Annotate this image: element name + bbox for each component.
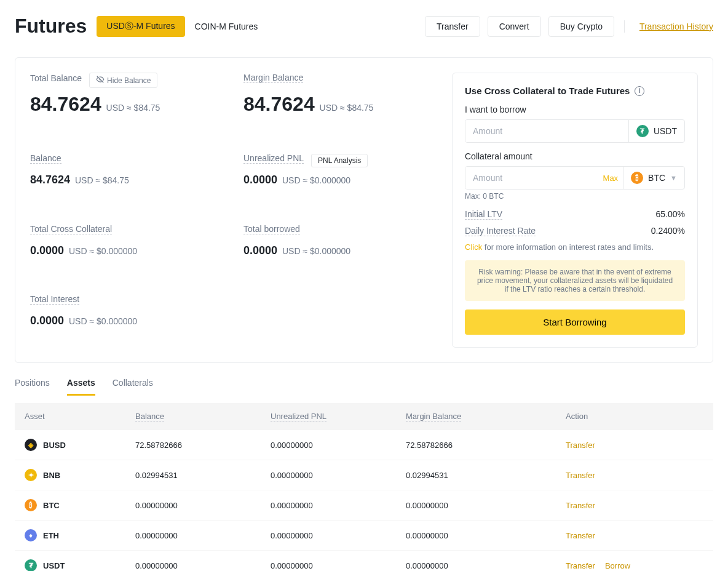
table-row: ₮ USDT 0.00000000 0.00000000 0.00000000 … — [15, 551, 713, 571]
th-action: Action — [566, 412, 703, 421]
balance-approx: ≈ $84.75 — [95, 175, 129, 185]
transaction-history-link[interactable]: Transaction History — [639, 22, 713, 31]
balance-cell: 0.02994531 — [135, 471, 271, 480]
start-borrowing-button[interactable]: Start Borrowing — [465, 309, 685, 335]
asset-name: BNB — [43, 471, 60, 480]
pnl-cell: 0.00000000 — [271, 561, 406, 570]
pnl-cell: 0.00000000 — [271, 531, 406, 540]
action-transfer[interactable]: Transfer — [566, 531, 595, 540]
total-cross-approx: ≈ $0.000000 — [89, 246, 137, 256]
action-cell: Transfer — [566, 501, 703, 510]
tab-assets[interactable]: Assets — [67, 378, 95, 396]
pnl-cell: 0.00000000 — [271, 471, 406, 480]
asset-cell: ◈ BUSD — [25, 439, 135, 451]
initial-ltv-label: Initial LTV — [465, 209, 502, 220]
unrealized-pnl-value: 0.0000 — [243, 174, 277, 186]
balance-unit: USD — [75, 175, 93, 185]
collateral-currency-select[interactable]: ₿ BTC ▼ — [623, 167, 684, 189]
borrow-amount-group: ₮ USDT — [465, 119, 685, 143]
margin-cell: 0.00000000 — [406, 561, 566, 570]
bnb-icon: ✦ — [25, 469, 37, 481]
chevron-down-icon: ▼ — [670, 174, 677, 182]
total-interest-value: 0.0000 — [30, 314, 64, 327]
action-cell: Transfer — [566, 531, 703, 540]
collateral-amount-input[interactable] — [465, 167, 603, 189]
total-interest-approx: ≈ $0.000000 — [89, 316, 137, 326]
usdt-icon: ₮ — [636, 125, 649, 137]
assets-table: Asset Balance Unrealized PNL Margin Bala… — [15, 403, 713, 571]
transfer-button[interactable]: Transfer — [425, 16, 480, 37]
btc-icon: ₿ — [631, 172, 643, 184]
balance-cell: 0.00000000 — [135, 531, 271, 540]
total-borrowed-approx: ≈ $0.000000 — [303, 246, 350, 256]
total-borrowed-unit: USD — [282, 246, 301, 256]
pnl-cell: 0.00000000 — [271, 501, 406, 510]
stats-grid: Total Balance Hide Balance 84.7624 USD ≈… — [30, 73, 432, 348]
action-transfer[interactable]: Transfer — [566, 561, 595, 570]
balance-label: Balance — [30, 153, 61, 164]
margin-balance-label: Margin Balance — [243, 73, 303, 83]
unrealized-pnl-label: Unrealized PNL — [243, 153, 304, 164]
action-borrow[interactable]: Borrow — [605, 561, 630, 570]
stat-balance: Balance 84.7624 USD ≈ $84.75 — [30, 153, 219, 207]
collateral-currency-label: BTC — [648, 173, 665, 183]
stat-total-balance: Total Balance Hide Balance 84.7624 USD ≈… — [30, 73, 219, 136]
hide-balance-label: Hide Balance — [107, 76, 151, 85]
header-left: Futures USDⓈ-M Futures COIN-M Futures — [15, 15, 267, 38]
borrow-panel: Use Cross Collateral to Trade Futures i … — [452, 73, 698, 348]
collateral-amount-group: Max ₿ BTC ▼ — [465, 166, 685, 190]
total-balance-approx: ≈ $84.75 — [127, 103, 160, 113]
action-cell: Transfer — [566, 441, 703, 450]
action-transfer[interactable]: Transfer — [566, 501, 595, 510]
usdt-icon: ₮ — [25, 559, 37, 571]
pnl-analysis-button[interactable]: PNL Analysis — [311, 154, 368, 167]
balance-value: 84.7624 — [30, 174, 70, 186]
margin-cell: 0.02994531 — [406, 471, 566, 480]
max-button[interactable]: Max — [603, 174, 619, 183]
total-cross-unit: USD — [69, 246, 87, 256]
th-margin-balance: Margin Balance — [406, 412, 461, 421]
info-icon[interactable]: i — [635, 86, 644, 96]
click-link[interactable]: Click — [465, 242, 482, 252]
convert-button[interactable]: Convert — [488, 16, 541, 37]
header-right: Transfer Convert Buy Crypto Transaction … — [425, 16, 713, 37]
tab-coinm-futures[interactable]: COIN-M Futures — [185, 16, 268, 37]
max-collateral-note: Max: 0 BTC — [465, 192, 685, 201]
stat-unrealized-pnl: Unrealized PNL PNL Analysis 0.0000 USD ≈… — [243, 153, 432, 207]
asset-tabs: Positions Assets Collaterals — [15, 378, 713, 396]
tab-usdm-futures[interactable]: USDⓈ-M Futures — [97, 16, 184, 37]
borrow-currency-suffix: ₮ USDT — [628, 120, 684, 142]
action-cell: Transfer — [566, 471, 703, 480]
rates-info-text: Click for more information on interest r… — [465, 242, 685, 252]
unrealized-pnl-approx: ≈ $0.000000 — [303, 175, 350, 185]
daily-rate-value: 0.2400% — [651, 226, 685, 236]
initial-ltv-value: 65.00% — [656, 209, 685, 220]
th-asset: Asset — [25, 412, 135, 421]
divider — [624, 20, 625, 33]
buy-crypto-button[interactable]: Buy Crypto — [548, 16, 614, 37]
th-unrealized-pnl: Unrealized PNL — [271, 412, 326, 421]
tab-positions[interactable]: Positions — [15, 378, 50, 396]
page-title: Futures — [15, 15, 87, 38]
borrow-amount-input[interactable] — [465, 120, 628, 142]
daily-rate-row: Daily Interest Rate 0.2400% — [465, 226, 685, 236]
total-interest-unit: USD — [69, 316, 87, 326]
total-balance-value: 84.7624 — [30, 93, 101, 115]
hide-balance-button[interactable]: Hide Balance — [89, 73, 157, 88]
margin-cell: 0.00000000 — [406, 531, 566, 540]
balance-cell: 0.00000000 — [135, 501, 271, 510]
header: Futures USDⓈ-M Futures COIN-M Futures Tr… — [0, 0, 728, 47]
margin-balance-value: 84.7624 — [243, 93, 315, 115]
total-balance-unit: USD — [106, 103, 125, 113]
action-transfer[interactable]: Transfer — [566, 471, 595, 480]
collateral-amount-label: Collateral amount — [465, 151, 685, 161]
tab-collaterals[interactable]: Collaterals — [113, 378, 153, 396]
product-tabs: USDⓈ-M Futures COIN-M Futures — [97, 16, 267, 37]
stat-total-borrowed: Total borrowed 0.0000 USD ≈ $0.000000 — [243, 224, 432, 278]
th-balance: Balance — [135, 412, 164, 421]
asset-cell: ♦ ETH — [25, 529, 135, 541]
stat-margin-balance: Margin Balance 84.7624 USD ≈ $84.75 — [243, 73, 432, 136]
action-cell: TransferBorrow — [566, 561, 703, 570]
action-transfer[interactable]: Transfer — [566, 441, 595, 450]
busd-icon: ◈ — [25, 439, 37, 451]
